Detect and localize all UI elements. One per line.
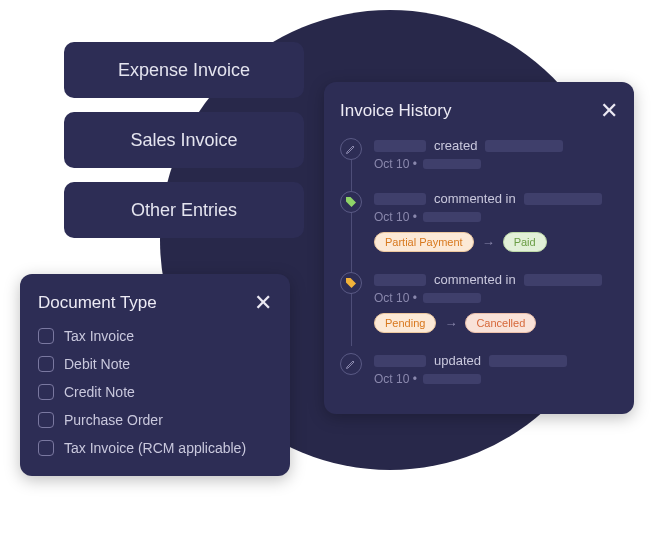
doctype-option[interactable]: Tax Invoice (RCM applicable) (38, 440, 272, 456)
timeline: created Oct 10 • commented in Oct 10 • (340, 138, 618, 386)
doctype-option[interactable]: Debit Note (38, 356, 272, 372)
checkbox-icon[interactable] (38, 384, 54, 400)
tab-label: Sales Invoice (130, 130, 237, 151)
event-date: Oct 10 • (374, 157, 618, 171)
date-label: Oct 10 • (374, 291, 417, 305)
action-label: updated (434, 353, 481, 368)
tab-label: Other Entries (131, 200, 237, 221)
skeleton-text (524, 274, 602, 286)
skeleton-text (374, 355, 426, 367)
tag-icon (340, 191, 362, 213)
arrow-right-icon: → (444, 316, 457, 331)
option-label: Purchase Order (64, 412, 163, 428)
panel-title: Invoice History (340, 101, 451, 121)
skeleton-text (423, 212, 481, 222)
invoice-history-panel: Invoice History ✕ created Oct 10 • (324, 82, 634, 414)
tab-expense-invoice[interactable]: Expense Invoice (64, 42, 304, 98)
action-label: commented in (434, 272, 516, 287)
date-label: Oct 10 • (374, 372, 417, 386)
event-summary: commented in (374, 272, 618, 287)
doctype-option[interactable]: Credit Note (38, 384, 272, 400)
action-label: commented in (434, 191, 516, 206)
status-badge: Cancelled (465, 313, 536, 333)
history-event: created Oct 10 • (374, 138, 618, 171)
skeleton-text (524, 193, 602, 205)
close-icon[interactable]: ✕ (254, 292, 272, 314)
document-type-panel: Document Type ✕ Tax Invoice Debit Note C… (20, 274, 290, 476)
event-summary: updated (374, 353, 618, 368)
event-date: Oct 10 • (374, 291, 618, 305)
tab-other-entries[interactable]: Other Entries (64, 182, 304, 238)
skeleton-text (485, 140, 563, 152)
event-date: Oct 10 • (374, 372, 618, 386)
status-badge: Paid (503, 232, 547, 252)
event-summary: created (374, 138, 618, 153)
tab-sales-invoice[interactable]: Sales Invoice (64, 112, 304, 168)
action-label: created (434, 138, 477, 153)
status-badge: Partial Payment (374, 232, 474, 252)
skeleton-text (374, 140, 426, 152)
checkbox-icon[interactable] (38, 440, 54, 456)
panel-header: Document Type ✕ (38, 292, 272, 314)
doctype-option[interactable]: Purchase Order (38, 412, 272, 428)
date-label: Oct 10 • (374, 157, 417, 171)
history-event: commented in Oct 10 • Pending → Cancelle… (374, 272, 618, 333)
history-event: commented in Oct 10 • Partial Payment → … (374, 191, 618, 252)
option-label: Credit Note (64, 384, 135, 400)
tag-icon (340, 272, 362, 294)
date-label: Oct 10 • (374, 210, 417, 224)
checkbox-icon[interactable] (38, 356, 54, 372)
panel-header: Invoice History ✕ (340, 100, 618, 122)
status-badge: Pending (374, 313, 436, 333)
pencil-icon (340, 138, 362, 160)
doctype-option[interactable]: Tax Invoice (38, 328, 272, 344)
event-date: Oct 10 • (374, 210, 618, 224)
status-change: Pending → Cancelled (374, 313, 618, 333)
skeleton-text (489, 355, 567, 367)
tab-label: Expense Invoice (118, 60, 250, 81)
arrow-right-icon: → (482, 235, 495, 250)
status-change: Partial Payment → Paid (374, 232, 618, 252)
option-label: Tax Invoice (RCM applicable) (64, 440, 246, 456)
event-summary: commented in (374, 191, 618, 206)
checkbox-icon[interactable] (38, 412, 54, 428)
panel-title: Document Type (38, 293, 157, 313)
skeleton-text (423, 293, 481, 303)
skeleton-text (374, 274, 426, 286)
close-icon[interactable]: ✕ (600, 100, 618, 122)
skeleton-text (423, 159, 481, 169)
pencil-icon (340, 353, 362, 375)
option-label: Debit Note (64, 356, 130, 372)
skeleton-text (374, 193, 426, 205)
history-event: updated Oct 10 • (374, 353, 618, 386)
option-label: Tax Invoice (64, 328, 134, 344)
checkbox-icon[interactable] (38, 328, 54, 344)
skeleton-text (423, 374, 481, 384)
